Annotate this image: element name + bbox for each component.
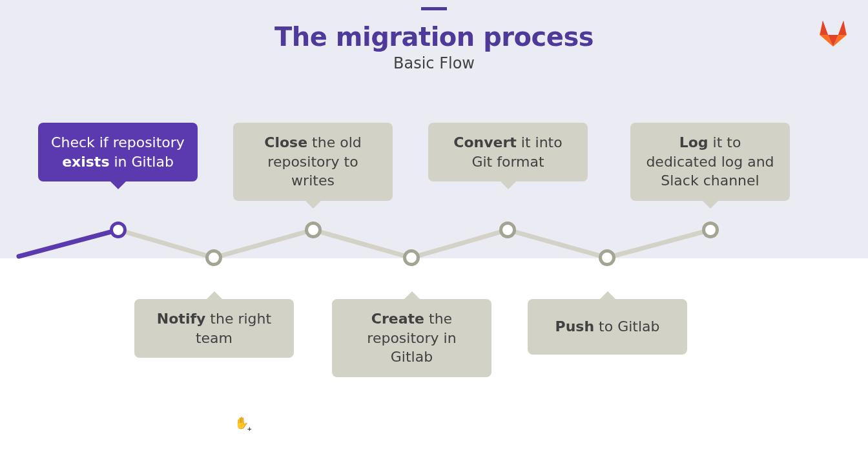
slide-subtitle: Basic Flow	[0, 54, 868, 72]
timeline-node	[305, 222, 322, 238]
step-text: Log it to dedicated log and Slack channe…	[646, 134, 774, 189]
hand-cursor-icon: ✋ +	[234, 416, 249, 429]
step-text: Push to Gitlab	[555, 318, 660, 335]
slide-title: The migration process	[0, 22, 868, 52]
step-box-check-exists: Check if repository exists in Gitlab	[38, 123, 198, 181]
step-text: Create the repository in Gitlab	[367, 311, 456, 365]
timeline-node	[499, 222, 516, 238]
gitlab-logo-icon	[818, 18, 849, 46]
title-accent-bar	[421, 7, 447, 10]
step-box-log-channel: Log it to dedicated log and Slack channe…	[630, 123, 790, 201]
step-box-create-repo: Create the repository in Gitlab	[332, 299, 491, 377]
step-text: Close the old repository to writes	[264, 134, 361, 189]
cursor-plus-badge: +	[246, 426, 253, 432]
step-text: Notify the right team	[157, 311, 271, 346]
caret-up-icon	[600, 291, 615, 299]
caret-up-icon	[404, 291, 420, 299]
step-box-close-old: Close the old repository to writes	[233, 123, 393, 201]
step-text: Convert it into Git format	[453, 134, 562, 170]
caret-down-icon	[501, 181, 516, 189]
timeline-node	[403, 249, 420, 266]
caret-down-icon	[703, 201, 718, 209]
timeline-node	[702, 222, 719, 238]
caret-down-icon	[305, 201, 321, 209]
step-text: Check if repository exists in Gitlab	[51, 134, 185, 170]
timeline-node	[110, 222, 127, 238]
step-box-notify-team: Notify the right team	[134, 299, 294, 358]
timeline-node	[599, 249, 615, 266]
timeline-node	[205, 249, 222, 266]
step-box-convert-git: Convert it into Git format	[428, 123, 588, 181]
caret-down-icon	[110, 181, 126, 189]
step-box-push-gitlab: Push to Gitlab	[528, 299, 687, 355]
caret-up-icon	[207, 291, 222, 299]
